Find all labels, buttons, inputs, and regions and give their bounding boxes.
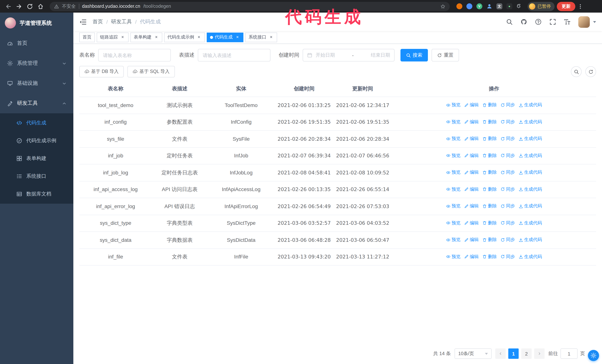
back-icon[interactable] — [5, 3, 11, 10]
row-action-sync-link[interactable]: 同步 — [501, 236, 515, 244]
browser-menu-icon[interactable] — [578, 3, 583, 9]
close-icon[interactable]: × — [269, 35, 274, 40]
reload-icon[interactable] — [27, 3, 33, 10]
sidebar-item-home[interactable]: 首页 — [0, 33, 73, 53]
avatar-caret-icon[interactable] — [593, 21, 596, 23]
row-action-preview-link[interactable]: 预览 — [446, 168, 461, 176]
row-action-delete-link[interactable]: 删除 — [482, 236, 497, 244]
fullscreen-icon[interactable] — [549, 19, 556, 25]
profile-paused-chip[interactable]: 已暂停 — [527, 2, 555, 11]
row-action-sync-link[interactable]: 同步 — [501, 101, 515, 109]
sidebar-subitem-system-api[interactable]: 系统接口 — [0, 167, 73, 185]
tab-tracing[interactable]: 链路追踪× — [97, 32, 129, 42]
toggle-search-button[interactable] — [571, 66, 582, 77]
row-action-preview-link[interactable]: 预览 — [446, 101, 461, 109]
font-size-icon[interactable] — [564, 19, 570, 25]
sidebar-subitem-codegen[interactable]: 代码生成 — [0, 114, 73, 132]
page-button-2[interactable]: 2 — [521, 348, 532, 359]
translate-extension-icon[interactable]: 文 — [496, 3, 502, 9]
row-action-delete-link[interactable]: 删除 — [482, 185, 497, 193]
sidebar-subitem-db-doc[interactable]: 数据库文档 — [0, 185, 73, 203]
row-action-edit-link[interactable]: 编辑 — [464, 168, 479, 176]
tab-codegen[interactable]: 代码生成× — [207, 32, 243, 42]
github-icon[interactable] — [520, 19, 527, 25]
row-action-edit-link[interactable]: 编辑 — [464, 118, 479, 126]
row-action-preview-link[interactable]: 预览 — [446, 135, 461, 143]
row-action-generate-code-link[interactable]: 生成代码 — [519, 135, 542, 143]
row-action-preview-link[interactable]: 预览 — [446, 236, 461, 244]
row-action-generate-code-link[interactable]: 生成代码 — [519, 101, 542, 109]
row-action-preview-link[interactable]: 预览 — [446, 152, 461, 159]
sidebar-logo[interactable]: 芋道管理系统 — [0, 13, 73, 33]
row-action-generate-code-link[interactable]: 生成代码 — [519, 253, 542, 260]
row-action-sync-link[interactable]: 同步 — [501, 202, 515, 210]
breadcrumb-item[interactable]: 首页 — [93, 19, 103, 25]
row-action-sync-link[interactable]: 同步 — [501, 185, 515, 193]
page-size-select[interactable]: 10条/页 — [455, 348, 492, 359]
row-action-edit-link[interactable]: 编辑 — [464, 253, 479, 260]
sidebar-item-system[interactable]: 系统管理 — [0, 53, 73, 73]
row-action-edit-link[interactable]: 编辑 — [464, 236, 479, 244]
bookmark-star-icon[interactable] — [441, 4, 445, 9]
row-action-preview-link[interactable]: 预览 — [446, 253, 461, 260]
row-action-generate-code-link[interactable]: 生成代码 — [519, 168, 542, 176]
address-bar[interactable]: 不安全 dashboard.yudao.iocoder.cn /tool/cod… — [50, 2, 450, 11]
reset-button[interactable]: 重置 — [431, 49, 459, 62]
tab-system-api[interactable]: 系统接口× — [245, 32, 277, 42]
row-action-preview-link[interactable]: 预览 — [446, 219, 461, 227]
refresh-table-button[interactable] — [585, 66, 596, 77]
row-action-delete-link[interactable]: 删除 — [482, 152, 497, 159]
row-action-delete-link[interactable]: 删除 — [482, 219, 497, 227]
close-icon[interactable]: × — [235, 35, 240, 40]
row-action-sync-link[interactable]: 同步 — [501, 152, 515, 159]
row-action-generate-code-link[interactable]: 生成代码 — [519, 202, 542, 210]
date-range-picker[interactable]: 开始日期 - 结束日期 — [303, 49, 395, 62]
sidebar-item-infra[interactable]: 基础设施 — [0, 73, 73, 93]
browser-update-button[interactable]: 更新 — [557, 2, 575, 11]
row-action-sync-link[interactable]: 同步 — [501, 168, 515, 176]
user-avatar[interactable] — [578, 16, 590, 28]
row-action-generate-code-link[interactable]: 生成代码 — [519, 236, 542, 244]
table-name-input[interactable] — [98, 49, 171, 62]
home-icon[interactable] — [37, 3, 44, 10]
row-action-generate-code-link[interactable]: 生成代码 — [519, 219, 542, 227]
vue-devtools-icon[interactable]: V — [476, 3, 482, 9]
forward-icon[interactable] — [16, 3, 22, 10]
row-action-preview-link[interactable]: 预览 — [446, 202, 461, 210]
breadcrumb-item[interactable]: 研发工具 — [111, 19, 132, 25]
row-action-preview-link[interactable]: 预览 — [446, 118, 461, 126]
row-action-generate-code-link[interactable]: 生成代码 — [519, 152, 542, 159]
row-action-edit-link[interactable]: 编辑 — [464, 152, 479, 159]
row-action-edit-link[interactable]: 编辑 — [464, 135, 479, 143]
sidebar-item-dev-tools[interactable]: 研发工具 — [0, 93, 73, 113]
page-button-1[interactable]: 1 — [508, 348, 519, 359]
search-icon[interactable] — [506, 19, 513, 25]
row-action-edit-link[interactable]: 编辑 — [464, 202, 479, 210]
row-action-delete-link[interactable]: 删除 — [482, 101, 497, 109]
help-icon[interactable] — [535, 19, 542, 25]
table-desc-input[interactable] — [198, 49, 270, 62]
goto-page-input[interactable] — [560, 348, 578, 359]
extension-icon-1[interactable] — [456, 3, 462, 9]
row-action-generate-code-link[interactable]: 生成代码 — [519, 118, 542, 126]
row-action-edit-link[interactable]: 编辑 — [464, 185, 479, 193]
sidebar-toggle-icon[interactable] — [79, 19, 86, 25]
sidebar-subitem-form-builder[interactable]: 表单构建 — [0, 150, 73, 167]
row-action-edit-link[interactable]: 编辑 — [464, 219, 479, 227]
row-action-generate-code-link[interactable]: 生成代码 — [519, 185, 542, 193]
close-icon[interactable]: × — [196, 35, 202, 40]
row-action-delete-link[interactable]: 删除 — [482, 253, 497, 260]
tab-home[interactable]: 首页 — [79, 32, 95, 42]
prev-page-button[interactable]: ‹ — [495, 348, 506, 359]
row-action-delete-link[interactable]: 删除 — [482, 135, 497, 143]
row-action-sync-link[interactable]: 同步 — [501, 118, 515, 126]
row-action-sync-link[interactable]: 同步 — [501, 135, 515, 143]
row-action-sync-link[interactable]: 同步 — [501, 253, 515, 260]
extensions-puzzle-icon[interactable] — [516, 3, 522, 9]
tampermonkey-extension-icon[interactable]: ● — [506, 3, 512, 9]
next-page-button[interactable]: › — [534, 348, 545, 359]
tab-codegen-example[interactable]: 代码生成示例× — [164, 32, 205, 42]
sidebar-subitem-codegen-example[interactable]: 代码生成示例 — [0, 132, 73, 150]
row-action-delete-link[interactable]: 删除 — [482, 118, 497, 126]
tab-form-builder[interactable]: 表单构建× — [130, 32, 162, 42]
